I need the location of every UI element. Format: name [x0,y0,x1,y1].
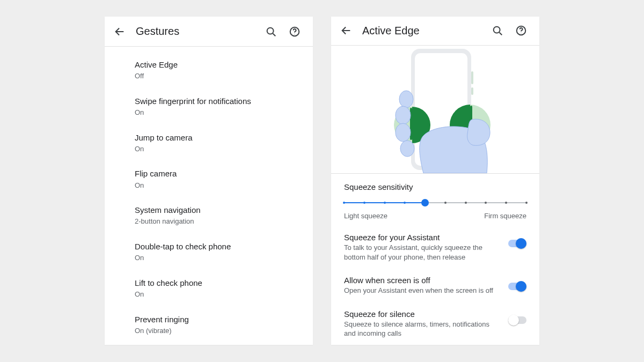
toggle-row: Allow when screen is offOpen your Assist… [344,268,526,302]
settings-item[interactable]: Swipe fingerprint for notificationsOn [105,88,313,125]
slider-tick [404,202,406,204]
search-button[interactable] [486,19,509,42]
toggle-description: To talk to your Assistant, quickly squee… [344,243,502,262]
search-button[interactable] [259,20,283,43]
help-button[interactable] [509,19,533,42]
svg-point-3 [494,27,500,33]
search-icon [492,25,503,36]
toggle-switch[interactable] [508,315,526,326]
slider-tick [343,202,345,204]
toggle-label: Allow when screen is off [344,276,502,285]
slider-tick [485,202,487,204]
settings-item[interactable]: Jump to cameraOn [105,125,313,161]
svg-point-17 [400,141,414,157]
settings-item-status: On [135,253,300,263]
gestures-panel: Gestures Active EdgeOffSwipe fingerprint… [105,17,313,345]
svg-point-15 [396,106,411,124]
slider-min-label: Light squeeze [344,212,387,220]
toggle-description: Open your Assistant even when the screen… [344,286,502,295]
back-button[interactable] [334,19,358,42]
toggle-row: Squeeze for silenceSqueeze to silence al… [344,302,526,345]
settings-item-label: Prevent ringing [135,314,300,325]
toggle-description: Squeeze to silence alarms, timers, notif… [344,320,502,338]
slider-tick [525,202,528,204]
svg-point-0 [267,27,274,34]
svg-rect-8 [471,71,473,84]
settings-item[interactable]: Prevent ringingOn (vibrate) [105,307,313,343]
settings-item[interactable]: System navigation2-button navigation [105,197,313,234]
settings-item-status: Off [135,71,300,81]
help-button[interactable] [283,20,306,43]
active-edge-panel: Active Edge [331,17,539,345]
active-edge-content: Squeeze sensitivity Light squeeze Firm s… [331,174,539,345]
slider-labels: Light squeeze Firm squeeze [344,212,526,220]
page-title: Gestures [136,25,259,38]
appbar: Gestures [105,17,313,47]
help-circle-icon [289,26,301,38]
page-title: Active Edge [362,25,486,37]
back-button[interactable] [108,20,131,43]
svg-point-2 [294,34,295,34]
settings-item-status: 2-button navigation [135,217,300,226]
svg-point-14 [399,91,413,108]
svg-point-5 [521,33,521,33]
appbar: Active Edge [331,17,539,46]
toggle-row: Squeeze for your AssistantTo talk to you… [344,225,526,268]
settings-item[interactable]: Double-tap to check phoneOn [105,234,313,270]
toggle-switch[interactable] [508,238,526,249]
arrow-left-icon [340,25,352,36]
toggle-switch[interactable] [508,281,526,292]
settings-list: Active EdgeOffSwipe fingerprint for noti… [105,47,313,343]
settings-item-status: On [135,144,300,154]
toggle-label: Squeeze for your Assistant [344,233,502,242]
search-icon [265,26,277,38]
settings-item[interactable]: Lift to check phoneOn [105,270,313,307]
help-circle-icon [515,25,527,36]
settings-item-status: On (vibrate) [135,326,300,336]
settings-item-status: On [135,290,300,299]
slider-tick [384,202,386,204]
settings-item-label: Flip camera [135,168,300,179]
slider-tick [505,202,507,204]
slider-tick [444,202,447,204]
settings-item[interactable]: Active EdgeOff [105,52,313,88]
svg-point-16 [396,123,411,142]
squeeze-sensitivity-slider[interactable] [344,197,526,209]
slider-thumb[interactable] [421,199,429,206]
settings-item-label: Active Edge [135,60,300,70]
settings-item-label: Double-tap to check phone [135,241,300,252]
svg-rect-9 [471,87,473,95]
settings-item[interactable]: Flip cameraOn [105,161,313,197]
arrow-left-icon [114,26,126,38]
slider-max-label: Firm squeeze [484,212,526,220]
illustration-hand-phone [331,46,539,174]
settings-item-label: Swipe fingerprint for notifications [135,96,300,107]
settings-item-status: On [135,181,300,190]
slider-header: Squeeze sensitivity [344,182,526,191]
settings-item-label: Jump to camera [135,132,300,143]
toggle-label: Squeeze for silence [344,309,502,319]
settings-item-label: System navigation [135,205,300,216]
settings-item-label: Lift to check phone [135,278,300,289]
settings-item-status: On [135,108,300,117]
slider-tick [465,202,467,204]
slider-tick [363,202,365,204]
